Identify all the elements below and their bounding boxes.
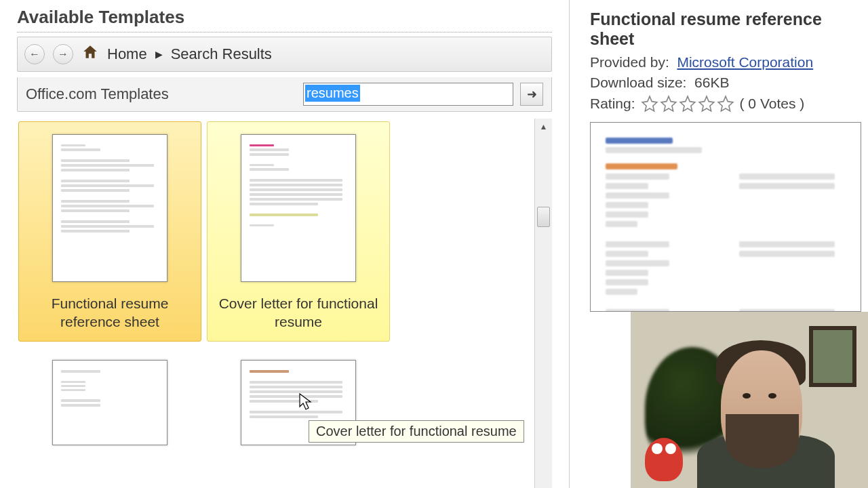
- template-preview: [590, 122, 861, 312]
- provided-by-label: Provided by:: [590, 54, 669, 70]
- rating-label: Rating:: [590, 96, 635, 112]
- tooltip: Cover letter for functional resume: [309, 420, 524, 443]
- search-input-wrap: resumes: [303, 83, 513, 106]
- arrow-right-icon: ➜: [527, 87, 537, 102]
- detail-provided-by: Provided by: Microsoft Corporation: [590, 54, 868, 70]
- search-section-label: Office.com Templates: [26, 85, 169, 103]
- search-bar: Office.com Templates resumes ➜: [17, 77, 552, 112]
- template-card-partial-1[interactable]: [18, 347, 201, 455]
- nav-forward-button[interactable]: →: [53, 44, 73, 64]
- detail-download-size: Download size: 66KB: [590, 75, 868, 91]
- results-area: Functional resume reference sheet Cover …: [17, 119, 552, 488]
- template-thumbnail: [52, 134, 167, 282]
- search-go-button[interactable]: ➜: [520, 83, 543, 106]
- detail-rating: Rating: ( 0 Votes ): [590, 95, 868, 113]
- breadcrumb-bar: ← → Home ▶ Search Results: [17, 37, 552, 72]
- star-icon[interactable]: [717, 95, 734, 113]
- scroll-up-button[interactable]: ▲: [535, 119, 552, 135]
- scroll-thumb[interactable]: [537, 207, 550, 227]
- download-size-value: 66KB: [694, 75, 729, 90]
- results-grid: Functional resume reference sheet Cover …: [17, 119, 552, 455]
- star-icon[interactable]: [660, 95, 677, 113]
- download-size-label: Download size:: [590, 75, 686, 90]
- templates-pane: Available Templates ← → Home ▶ Search Re…: [0, 0, 570, 488]
- breadcrumb-results: Search Results: [171, 45, 272, 63]
- detail-pane: Functional resume reference sheet Provid…: [570, 0, 868, 488]
- star-icon[interactable]: [698, 95, 715, 113]
- search-input-selection: resumes: [305, 85, 360, 102]
- breadcrumb-home[interactable]: Home: [107, 45, 147, 63]
- rating-votes: ( 0 Votes ): [740, 96, 805, 112]
- home-icon[interactable]: [81, 43, 99, 65]
- webcam-overlay: [631, 312, 868, 488]
- nav-back-button[interactable]: ←: [24, 44, 45, 64]
- detail-title: Functional resume reference sheet: [590, 9, 868, 49]
- star-icon[interactable]: [679, 95, 696, 113]
- template-label: Functional resume reference sheet: [26, 294, 194, 331]
- template-thumbnail: [52, 360, 167, 445]
- template-label: Cover letter for functional resume: [214, 294, 382, 331]
- arrow-right-icon: →: [58, 48, 68, 60]
- chevron-right-icon: ▶: [155, 49, 163, 60]
- arrow-left-icon: ←: [29, 48, 40, 60]
- page-title: Available Templates: [17, 7, 552, 33]
- scrollbar[interactable]: ▲: [534, 119, 552, 488]
- title-row: Available Templates: [0, 0, 569, 37]
- provided-by-link[interactable]: Microsoft Corporation: [677, 54, 813, 70]
- template-thumbnail: [241, 134, 356, 282]
- star-icon[interactable]: [641, 95, 658, 113]
- template-card-cover-letter[interactable]: Cover letter for functional resume: [207, 121, 390, 342]
- rating-stars[interactable]: [641, 95, 734, 113]
- template-card-functional-resume[interactable]: Functional resume reference sheet: [18, 121, 201, 342]
